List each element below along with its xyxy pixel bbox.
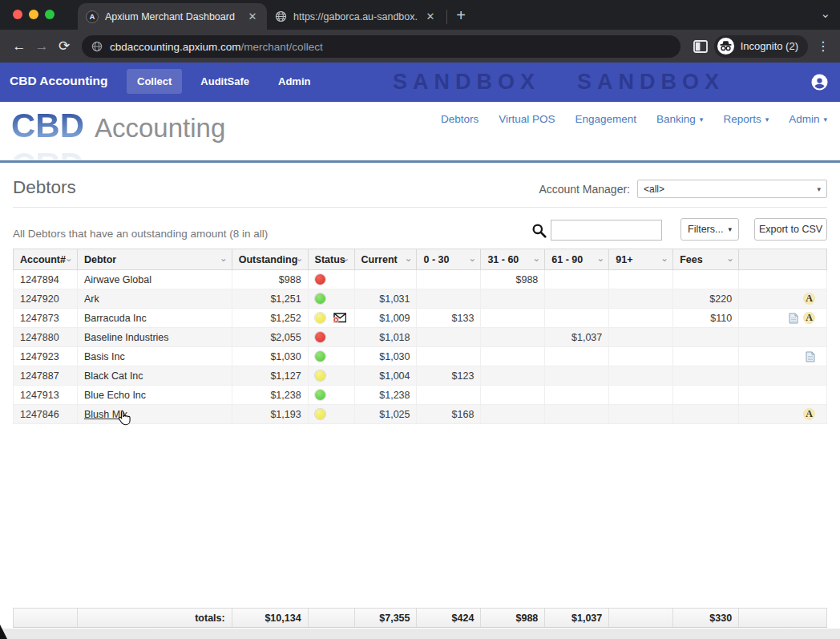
bounced-email-icon[interactable] [333,313,346,323]
sitenav-item-admin[interactable]: Admin▾ [789,113,827,125]
site-info-globe-icon[interactable] [91,41,103,52]
account-manager-select[interactable]: <all> ▾ [637,180,827,198]
sort-chevron-icon[interactable]: ⌄ [596,253,604,264]
appmenu-item-admin[interactable]: Admin [268,69,321,94]
back-icon[interactable]: ← [8,35,30,58]
column-header-label: Current [361,254,398,265]
sort-chevron-icon[interactable]: ⌄ [220,253,228,264]
tab-title: Apxium Merchant Dashboard [105,11,240,22]
debtor-link[interactable]: Airwave Global [84,274,151,285]
incognito-badge[interactable]: Incognito (2) [714,35,808,58]
close-window-button[interactable] [13,10,22,19]
auditsafe-icon[interactable]: A [803,408,815,420]
auditsafe-icon[interactable]: A [803,293,815,305]
totals-cell-status [309,609,355,627]
table-row[interactable]: 1247880Baseline Industries$2,055$1,018$1… [13,328,827,347]
cell-status [309,386,355,404]
debtor-link[interactable]: Ark [84,293,99,305]
forward-icon[interactable]: → [30,35,53,58]
column-header-fees[interactable]: Fees⌄ [673,249,739,269]
column-header-91[interactable]: 91+⌄ [609,249,673,269]
table-row[interactable]: 1247913Blue Echo Inc$1,238$1,238 [13,386,827,405]
sort-chevron-icon[interactable]: ⌄ [342,253,350,264]
new-tab-button[interactable]: + [450,6,471,26]
tab-sandbox[interactable]: https://gaborca.au-sandbox.ap ✕ [267,3,445,30]
sitenav-item-debtors[interactable]: Debtors [441,113,479,125]
document-icon[interactable] [789,313,798,324]
table-row[interactable]: 1247920Ark$1,251$1,031$220A [13,289,827,309]
cell-actions: A [739,309,827,327]
site-logo[interactable]: CBD Accounting [11,107,225,145]
tab-search-chevron-icon[interactable]: ⌄ [820,6,830,21]
minimize-window-button[interactable] [29,10,38,19]
url-path: /merchant/collect [241,41,323,53]
table-body: 1247894Airwave Global$988$9881247920Ark$… [13,270,827,424]
column-header-account[interactable]: Account#⌄ [14,249,78,269]
table-row[interactable]: 1247894Airwave Global$988$988 [13,270,827,289]
incognito-icon [717,37,735,55]
totals-cell-actions [739,609,827,627]
column-header-outstanding[interactable]: Outstanding⌄ [232,249,309,269]
cell-fees [673,405,739,423]
sort-chevron-icon[interactable]: ⌄ [404,253,412,264]
totals-cell-d31_60: $988 [481,609,545,627]
column-header-status[interactable]: Status⌄ [309,249,355,269]
column-header-current[interactable]: Current⌄ [355,249,418,269]
debtor-link[interactable]: Barracuda Inc [84,313,147,324]
status-dot-yellow [315,409,325,419]
cell-debtor: Barracuda Inc [78,309,232,327]
sitenav-item-engagement[interactable]: Engagement [575,113,637,125]
cell-d61_90 [545,347,609,366]
cell-debtor: Blue Echo Inc [78,386,232,404]
table-row[interactable]: 1247923Basis Inc$1,030$1,030 [13,347,827,366]
address-bar[interactable]: cbdaccounting.apxium.com/merchant/collec… [82,35,680,58]
browser-menu-icon[interactable]: ⋮ [814,38,832,54]
sort-chevron-icon[interactable]: ⌄ [468,253,476,264]
search-input[interactable] [551,220,662,241]
tab-apxium-dashboard[interactable]: A Apxium Merchant Dashboard ✕ [78,3,267,30]
appmenu-item-auditsafe[interactable]: AuditSafe [190,69,260,94]
sitenav-item-virtual-pos[interactable]: Virtual POS [499,113,555,125]
sitenav-item-reports[interactable]: Reports▾ [723,113,769,125]
window-controls [13,10,55,19]
cell-fees [673,366,739,385]
table-row[interactable]: 1247846Blush Mix$1,193$1,025$168A [13,405,827,424]
cell-current: $1,004 [355,366,418,385]
debtor-link[interactable]: Baseline Industries [84,332,169,343]
debtor-link[interactable]: Basis Inc [84,351,125,362]
column-header-31-60[interactable]: 31 - 60⌄ [481,249,545,269]
sort-chevron-icon[interactable]: ⌄ [660,253,668,264]
column-header-debtor[interactable]: Debtor⌄ [78,249,232,269]
reload-icon[interactable]: ⟳ [53,35,75,58]
account-circle-icon[interactable] [810,73,829,95]
cell-outstanding: $988 [232,270,309,289]
document-icon[interactable] [806,351,815,362]
status-dot-yellow [315,370,325,381]
filters-button[interactable]: Filters... ▾ [680,218,739,241]
sitenav-item-banking[interactable]: Banking▾ [656,113,703,125]
column-header-61-90[interactable]: 61 - 90⌄ [545,249,609,269]
column-header-0-30[interactable]: 0 - 30⌄ [417,249,481,269]
cell-actions: A [739,289,827,308]
auditsafe-icon[interactable]: A [803,312,815,324]
sort-chevron-icon[interactable]: ⌄ [532,253,540,264]
debtor-link[interactable]: Black Cat Inc [84,370,143,382]
export-csv-button[interactable]: Export to CSV [754,218,827,241]
side-panel-icon[interactable] [693,40,708,53]
cell-d61_90 [545,366,609,385]
table-row[interactable]: 1247887Black Cat Inc$1,127$1,004$123 [13,366,827,386]
sort-chevron-icon[interactable]: ⌄ [296,253,304,264]
cell-current: $1,031 [355,289,418,308]
table-row[interactable]: 1247873Barracuda Inc$1,252$1,009$133$110… [13,309,827,328]
tab-close-icon[interactable]: ✕ [246,10,259,22]
tab-close-icon[interactable]: ✕ [424,10,437,22]
cell-d91_plus [609,270,673,289]
cell-d0_30 [417,289,481,308]
cell-status [309,309,355,327]
cell-d61_90: $1,037 [545,328,609,346]
sort-chevron-icon[interactable]: ⌄ [726,253,734,264]
debtor-link[interactable]: Blue Echo Inc [84,390,146,401]
zoom-window-button[interactable] [45,10,55,19]
appmenu-item-collect[interactable]: Collect [127,69,182,94]
sort-chevron-icon[interactable]: ⌄ [65,253,73,264]
